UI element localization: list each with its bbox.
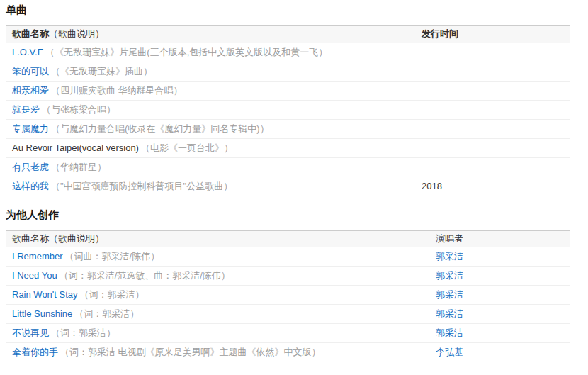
song-description: （电影《一页台北》） [141, 142, 233, 153]
song-cell: 相亲相爱（四川赈灾歌曲 华纳群星合唱） [6, 81, 415, 100]
song-description: （四川赈灾歌曲 华纳群星合唱） [51, 85, 183, 96]
performer-cell: 李弘基 [429, 343, 570, 362]
performer-cell: 郭采洁 [429, 247, 570, 267]
song-link[interactable]: 就是爱 [12, 104, 40, 115]
column-header-performer: 演唱者 [429, 230, 570, 247]
column-header-song-name: 歌曲名称（歌曲说明） [6, 26, 415, 43]
table-row: Au Revoir Taipei(vocal version)（电影《一页台北》… [6, 138, 570, 157]
release-date-cell [415, 138, 570, 157]
performer-link[interactable]: 郭采洁 [436, 251, 463, 262]
performer-cell: 郭采洁 [429, 305, 570, 324]
song-description: （词：郭采洁） [74, 308, 139, 319]
song-link[interactable]: Little Sunshine [12, 308, 72, 319]
release-date-column-label: 发行时间 [422, 28, 458, 39]
song-cell: Au Revoir Taipei(vocal version)（电影《一页台北》… [6, 138, 415, 157]
song-cell: 这样的我（"中国宫颈癌预防控制科普项目"公益歌曲） [6, 177, 415, 196]
song-link[interactable]: Rain Won't Stay [12, 289, 78, 300]
song-cell: 不说再见（词：郭采洁） [6, 324, 429, 343]
table-row: 有只老虎（华纳群星） [6, 157, 570, 177]
release-date-cell [415, 43, 570, 62]
song-cell: I Remember（词曲：郭采洁/陈伟） [6, 247, 429, 267]
song-cell: 牵着你的手（词：郭采洁 电视剧《原来是美男啊》主题曲《依然》中文版） [6, 343, 429, 362]
song-name-column-label: 歌曲名称 [12, 233, 49, 244]
table-row: 这样的我（"中国宫颈癌预防控制科普项目"公益歌曲）2018 [6, 177, 570, 196]
section-heading-for-others: 为他人创作 [6, 208, 588, 220]
song-cell: 专属魔力（与魔幻力量合唱(收录在《魔幻力量》同名专辑中)） [6, 119, 415, 138]
song-link[interactable]: 不说再见 [12, 328, 49, 338]
column-header-release-date: 发行时间 [415, 26, 570, 43]
song-title-text: Au Revoir Taipei(vocal version) [12, 142, 139, 153]
table-row: Rain Won't Stay（词：郭采洁）郭采洁 [6, 286, 570, 305]
article-body: 单曲 歌曲名称（歌曲说明） 发行时间 L.O.V.E（《无敌珊宝妹》片尾曲(三个… [0, 0, 588, 375]
table-header-row: 歌曲名称（歌曲说明） 发行时间 [6, 26, 570, 43]
table-header-row: 歌曲名称（歌曲说明） 演唱者 [6, 230, 570, 247]
section-heading-singles: 单曲 [6, 4, 588, 16]
song-cell: 有只老虎（华纳群星） [6, 157, 415, 177]
table-row: I Need You（词：郭采洁/范逸敏、曲：郭采洁/陈伟）郭采洁 [6, 267, 570, 286]
column-header-song-name: 歌曲名称（歌曲说明） [6, 230, 429, 247]
song-cell: Little Sunshine（词：郭采洁） [6, 305, 429, 324]
song-description: （词：郭采洁/范逸敏、曲：郭采洁/陈伟） [60, 270, 230, 281]
song-link[interactable]: 笨的可以 [12, 66, 49, 77]
song-desc-column-label: （歌曲说明） [49, 28, 104, 39]
song-cell: 笨的可以（《无敌珊宝妹》插曲） [6, 62, 415, 81]
performer-column-label: 演唱者 [436, 233, 463, 244]
song-link[interactable]: 牵着你的手 [12, 347, 58, 357]
table-row: 专属魔力（与魔幻力量合唱(收录在《魔幻力量》同名专辑中)） [6, 119, 570, 138]
table-row: I Remember（词曲：郭采洁/陈伟）郭采洁 [6, 247, 570, 267]
table-row: 就是爱（与张栋梁合唱） [6, 100, 570, 119]
song-description: （《无敌珊宝妹》插曲） [51, 66, 152, 77]
song-description: （词曲：郭采洁/陈伟） [65, 251, 160, 262]
for-others-table: 歌曲名称（歌曲说明） 演唱者 I Remember（词曲：郭采洁/陈伟）郭采洁I… [6, 230, 570, 363]
singles-table-rows: L.O.V.E（《无敌珊宝妹》片尾曲(三个版本,包括中文版英文版以及和黄一飞）笨… [6, 43, 570, 196]
release-date-cell [415, 119, 570, 138]
song-description: （词：郭采洁） [80, 289, 145, 300]
song-cell: Rain Won't Stay（词：郭采洁） [6, 286, 429, 305]
song-description: （与张栋梁合唱） [42, 104, 115, 115]
song-cell: L.O.V.E（《无敌珊宝妹》片尾曲(三个版本,包括中文版英文版以及和黄一飞） [6, 43, 415, 62]
performer-link[interactable]: 郭采洁 [436, 289, 463, 300]
section-singles: 单曲 歌曲名称（歌曲说明） 发行时间 L.O.V.E（《无敌珊宝妹》片尾曲(三个… [6, 4, 588, 196]
performer-cell: 郭采洁 [429, 286, 570, 305]
release-date-text: 2018 [422, 181, 442, 191]
song-cell: 就是爱（与张栋梁合唱） [6, 100, 415, 119]
song-name-column-label: 歌曲名称 [12, 28, 49, 39]
table-row: 相亲相爱（四川赈灾歌曲 华纳群星合唱） [6, 81, 570, 100]
table-row: 笨的可以（《无敌珊宝妹》插曲） [6, 62, 570, 81]
performer-cell: 郭采洁 [429, 324, 570, 343]
song-description: （词：郭采洁 电视剧《原来是美男啊》主题曲《依然》中文版） [60, 347, 321, 357]
section-for-others: 为他人创作 歌曲名称（歌曲说明） 演唱者 I Remember（词曲：郭采洁/陈… [6, 208, 588, 363]
release-date-cell [415, 157, 570, 177]
song-description: （词：郭采洁） [51, 328, 115, 338]
table-row: L.O.V.E（《无敌珊宝妹》片尾曲(三个版本,包括中文版英文版以及和黄一飞） [6, 43, 570, 62]
release-date-cell: 2018 [415, 177, 570, 196]
table-row: 牵着你的手（词：郭采洁 电视剧《原来是美男啊》主题曲《依然》中文版）李弘基 [6, 343, 570, 362]
release-date-cell [415, 62, 570, 81]
for-others-table-rows: I Remember（词曲：郭采洁/陈伟）郭采洁I Need You（词：郭采洁… [6, 247, 570, 362]
song-link[interactable]: I Remember [12, 251, 63, 262]
song-description: （华纳群星） [51, 162, 106, 172]
table-row: Little Sunshine（词：郭采洁）郭采洁 [6, 305, 570, 324]
song-description: （《无敌珊宝妹》片尾曲(三个版本,包括中文版英文版以及和黄一飞） [45, 47, 327, 57]
song-link[interactable]: L.O.V.E [12, 47, 43, 57]
song-link[interactable]: I Need You [12, 270, 57, 281]
performer-link[interactable]: 李弘基 [436, 347, 463, 357]
release-date-cell [415, 81, 570, 100]
singles-table: 歌曲名称（歌曲说明） 发行时间 L.O.V.E（《无敌珊宝妹》片尾曲(三个版本,… [6, 25, 570, 196]
song-link[interactable]: 专属魔力 [12, 123, 49, 134]
song-description: （与魔幻力量合唱(收录在《魔幻力量》同名专辑中)） [51, 123, 269, 134]
song-link[interactable]: 相亲相爱 [12, 85, 49, 96]
song-description: （"中国宫颈癌预防控制科普项目"公益歌曲） [51, 181, 232, 191]
release-date-cell [415, 100, 570, 119]
song-link[interactable]: 有只老虎 [12, 162, 49, 172]
song-link[interactable]: 这样的我 [12, 181, 49, 191]
performer-link[interactable]: 郭采洁 [436, 328, 463, 338]
song-desc-column-label: （歌曲说明） [49, 233, 104, 244]
table-row: 不说再见（词：郭采洁）郭采洁 [6, 324, 570, 343]
performer-link[interactable]: 郭采洁 [436, 270, 463, 281]
performer-cell: 郭采洁 [429, 267, 570, 286]
song-cell: I Need You（词：郭采洁/范逸敏、曲：郭采洁/陈伟） [6, 267, 429, 286]
performer-link[interactable]: 郭采洁 [436, 308, 463, 319]
